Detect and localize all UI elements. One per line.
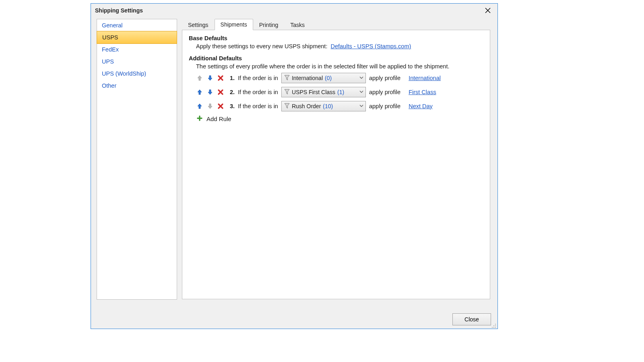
- rule-suffix: apply profile: [369, 75, 400, 81]
- close-button[interactable]: Close: [452, 313, 491, 325]
- delete-rule-icon[interactable]: [217, 74, 224, 82]
- tab-printing[interactable]: Printing: [253, 19, 284, 30]
- move-up-icon[interactable]: [196, 88, 203, 96]
- base-defaults-heading: Base Defaults: [189, 35, 483, 41]
- rule-suffix: apply profile: [369, 103, 400, 109]
- rule-row: 3.If the order is inRush Order(10)apply …: [196, 101, 483, 111]
- move-up-icon[interactable]: [196, 103, 203, 110]
- rule-prefix: If the order is in: [238, 75, 278, 81]
- sidebar-item-general[interactable]: General: [97, 19, 177, 31]
- rule-number: 2.: [227, 89, 235, 95]
- filter-count: (1): [337, 89, 344, 95]
- tab-tasks[interactable]: Tasks: [284, 19, 311, 30]
- rule-row: 2.If the order is inUSPS First Class(1)a…: [196, 87, 483, 97]
- additional-defaults-heading: Additional Defaults: [189, 55, 483, 62]
- titlebar: Shipping Settings: [91, 4, 497, 17]
- rule-prefix: If the order is in: [238, 89, 278, 95]
- svg-point-1: [493, 325, 494, 326]
- funnel-icon: [284, 89, 290, 96]
- filter-count: (0): [325, 75, 332, 81]
- profile-link[interactable]: Next Day: [409, 103, 433, 109]
- funnel-icon: [284, 103, 290, 110]
- plus-icon: [196, 115, 203, 122]
- sidebar-item-fedex[interactable]: FedEx: [97, 43, 177, 56]
- dialog-footer: Close: [91, 310, 497, 329]
- resize-grip[interactable]: [491, 323, 496, 327]
- filter-name: USPS First Class: [292, 89, 335, 95]
- tab-strip: SettingsShipmentsPrintingTasks: [182, 19, 490, 30]
- sidebar-item-other[interactable]: Other: [97, 80, 177, 92]
- move-down-icon: [206, 103, 214, 110]
- svg-point-4: [493, 327, 494, 328]
- profile-link[interactable]: International: [409, 75, 441, 81]
- rule-prefix: If the order is in: [238, 103, 278, 109]
- chevron-down-icon: [359, 103, 364, 109]
- move-down-icon[interactable]: [206, 74, 214, 82]
- window-title: Shipping Settings: [95, 7, 143, 14]
- svg-point-5: [495, 327, 496, 328]
- filter-name: International: [292, 75, 323, 81]
- funnel-icon: [284, 75, 290, 82]
- rules-list: 1.If the order is inInternational(0)appl…: [196, 73, 483, 111]
- base-defaults-text: Apply these settings to every new USPS s…: [196, 43, 483, 49]
- delete-rule-icon[interactable]: [217, 103, 224, 110]
- close-icon[interactable]: [482, 5, 493, 16]
- move-up-icon: [196, 74, 203, 82]
- sidebar-item-ups[interactable]: UPS: [97, 56, 177, 68]
- filter-count: (10): [323, 103, 333, 109]
- rule-number: 1.: [227, 75, 235, 81]
- filter-dropdown[interactable]: Rush Order(10): [281, 101, 366, 111]
- filter-dropdown[interactable]: USPS First Class(1): [281, 87, 366, 97]
- move-down-icon[interactable]: [206, 88, 214, 96]
- rule-suffix: apply profile: [369, 89, 400, 95]
- shipments-tab-panel: Base Defaults Apply these settings to ev…: [182, 30, 490, 299]
- additional-defaults-text: The settings of every profile where the …: [196, 63, 483, 70]
- base-defaults-link[interactable]: Defaults - USPS (Stamps.com): [330, 43, 411, 49]
- sidebar-item-ups-worldship-[interactable]: UPS (WorldShip): [97, 68, 177, 80]
- svg-point-3: [492, 327, 493, 328]
- chevron-down-icon: [359, 89, 364, 95]
- svg-point-2: [495, 325, 496, 326]
- shipping-settings-dialog: Shipping Settings GeneralUSPSFedExUPSUPS…: [91, 3, 498, 329]
- add-rule-button[interactable]: Add Rule: [196, 115, 483, 122]
- profile-link[interactable]: First Class: [409, 89, 436, 95]
- provider-sidebar: GeneralUSPSFedExUPSUPS (WorldShip)Other: [97, 19, 177, 300]
- rule-number: 3.: [227, 103, 235, 109]
- tab-shipments[interactable]: Shipments: [215, 19, 253, 30]
- chevron-down-icon: [359, 75, 364, 81]
- tab-settings[interactable]: Settings: [182, 19, 215, 30]
- sidebar-item-usps[interactable]: USPS: [97, 31, 177, 44]
- filter-dropdown[interactable]: International(0): [281, 73, 366, 83]
- rule-row: 1.If the order is inInternational(0)appl…: [196, 73, 483, 83]
- delete-rule-icon[interactable]: [217, 88, 224, 96]
- filter-name: Rush Order: [292, 103, 321, 109]
- svg-point-0: [495, 324, 496, 325]
